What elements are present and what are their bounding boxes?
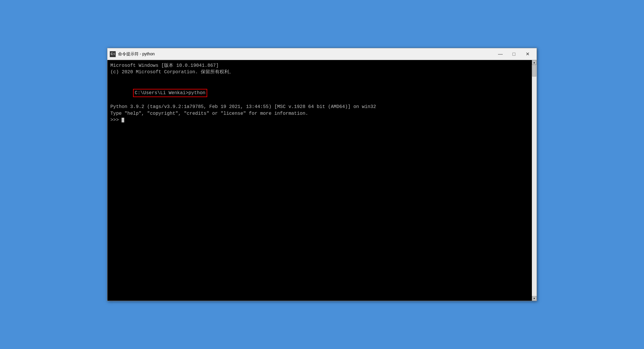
highlighted-command: C:\Users\Li Wenkai>python [133,89,207,97]
scroll-up-button[interactable]: ▲ [532,60,537,65]
terminal-line-1: Microsoft Windows [版本 10.0.19041.867] [110,62,529,69]
terminal-line-5: Python 3.9.2 (tags/v3.9.2:1a79785, Feb 1… [110,104,529,110]
terminal-prompt[interactable]: >>> [110,117,529,123]
cmd-window[interactable]: C:\ 命令提示符 - python — □ ✕ Microsoft Windo… [107,48,537,301]
window-title: 命令提示符 - python [118,51,494,57]
window-controls[interactable]: — □ ✕ [494,48,534,60]
terminal-output[interactable]: Microsoft Windows [版本 10.0.19041.867] (c… [107,60,532,301]
scrollbar[interactable]: ▲ ▼ [532,60,537,301]
terminal-line-2: (c) 2020 Microsoft Corporation. 保留所有权利。 [110,69,529,75]
minimize-button[interactable]: — [494,48,507,60]
terminal-line-6: Type "help", "copyright", "credits" or "… [110,110,529,117]
window-body: Microsoft Windows [版本 10.0.19041.867] (c… [107,60,537,301]
terminal-cursor [122,118,124,122]
title-bar: C:\ 命令提示符 - python — □ ✕ [107,48,537,60]
terminal-line-3 [110,76,529,82]
scroll-down-button[interactable]: ▼ [532,296,537,301]
close-button[interactable]: ✕ [521,48,534,60]
prompt-symbol: >>> [110,117,122,123]
window-icon: C:\ [110,51,116,57]
maximize-button[interactable]: □ [507,48,521,60]
scrollbar-thumb[interactable] [532,65,536,77]
scrollbar-track[interactable] [532,65,537,296]
terminal-line-4: C:\Users\Li Wenkai>python [110,82,529,104]
